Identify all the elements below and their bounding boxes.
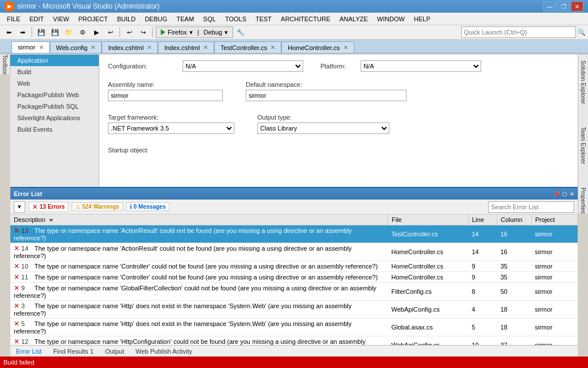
toolbar-btn1[interactable]: ⚙ [76, 26, 89, 38]
debug-dropdown-arrow[interactable]: ▾ [189, 29, 193, 36]
toolbar-btn3[interactable]: ↩ [104, 26, 117, 38]
table-row[interactable]: ✕ 9 The type or namespace name 'GlobalFi… [10, 283, 578, 301]
toolbar-forward-btn[interactable]: ➡ [16, 26, 29, 38]
col-file[interactable]: File [388, 214, 469, 225]
menu-item-project[interactable]: PROJECT [74, 13, 112, 25]
tab-4[interactable]: TestController.cs✕ [214, 41, 281, 53]
bottom-tab-2[interactable]: Output [103, 347, 126, 356]
table-row[interactable]: ✕ 13 The type or namespace name 'ActionR… [10, 225, 578, 243]
toolbar-open-btn[interactable]: 📁 [63, 26, 75, 38]
filter-toggle-btn[interactable]: ▾ [14, 201, 25, 213]
tab-close-0[interactable]: ✕ [39, 44, 44, 51]
platform-select[interactable]: N/A [361, 60, 481, 72]
toolbar-btn6[interactable]: 🔧 [234, 26, 247, 38]
error-panel-controls[interactable]: 📌 ⬡ ✕ [553, 191, 574, 197]
toolbox-sidebar[interactable]: Toolbox [0, 55, 10, 74]
config-select[interactable]: N/A [183, 60, 303, 72]
solution-sidebar[interactable]: Solution Explorer Team Explorer Properti… [578, 55, 588, 213]
menu-item-help[interactable]: HELP [409, 13, 435, 25]
menu-item-analyze[interactable]: ANALYZE [335, 13, 372, 25]
nav-item-2[interactable]: Web [10, 78, 99, 89]
pin-icon[interactable]: 📌 [553, 191, 560, 197]
framework-select[interactable]: .NET Framework 3.5 [108, 122, 234, 134]
output-select[interactable]: Class Library [257, 122, 389, 134]
warnings-count: 524 Warnings [82, 204, 119, 210]
tab-0[interactable]: sirmor✕ [11, 41, 50, 53]
tab-close-3[interactable]: ✕ [203, 44, 208, 51]
assembly-input[interactable] [108, 90, 223, 101]
message-icon: ℹ [130, 204, 132, 210]
tab-2[interactable]: Index.cshtml✕ [102, 41, 158, 53]
props-panel: ApplicationBuildWebPackage/Publish WebPa… [10, 55, 578, 187]
col-line[interactable]: Line [469, 214, 497, 225]
table-row[interactable]: ✕ 14 The type or namespace name 'ActionR… [10, 243, 578, 261]
messages-badge[interactable]: ℹ 0 Messages [126, 202, 169, 211]
menu-item-edit[interactable]: EDIT [25, 13, 48, 25]
toolbar-btn5[interactable]: ↪ [137, 26, 149, 38]
menu-item-window[interactable]: WINDOW [373, 13, 409, 25]
minimize-button[interactable]: — [543, 1, 556, 12]
framework-label: Target framework: [108, 114, 183, 121]
nav-item-1[interactable]: Build [10, 66, 99, 78]
toolbar-back-btn[interactable]: ⬅ [2, 26, 15, 38]
nav-item-4[interactable]: Package/Publish SQL [10, 101, 99, 112]
col-project[interactable]: Project [532, 214, 578, 225]
properties-label[interactable]: Properties [580, 187, 586, 214]
tab-label-5: HomeController.cs [288, 44, 339, 51]
tab-1[interactable]: Web.config✕ [50, 41, 102, 53]
namespace-input[interactable] [246, 90, 407, 101]
menu-item-tools[interactable]: TOOLS [220, 13, 251, 25]
tab-close-2[interactable]: ✕ [147, 44, 152, 51]
menu-item-view[interactable]: VIEW [48, 13, 74, 25]
tab-3[interactable]: Index.cshtml✕ [158, 41, 214, 53]
toolbar-save-btn[interactable]: 💾 [35, 26, 48, 38]
warnings-badge[interactable]: ⚠ 524 Warnings [72, 202, 123, 211]
toolbar-btn2[interactable]: ▶ [90, 26, 103, 38]
bottom-tab-0[interactable]: Error List [14, 347, 44, 356]
menu-item-file[interactable]: FILE [2, 13, 25, 25]
nav-item-5[interactable]: Silverlight Applications [10, 112, 99, 124]
tab-close-4[interactable]: ✕ [270, 44, 275, 51]
toolbar-btn4[interactable]: ↩ [123, 26, 136, 38]
error-icon: ✕ [32, 203, 38, 211]
debug-dropdown-arrow2[interactable]: ▾ [225, 29, 228, 36]
bottom-tab-1[interactable]: Find Results 1 [51, 347, 96, 356]
panel-float-icon[interactable]: ⬡ [562, 191, 567, 197]
restore-button[interactable]: ❐ [557, 1, 570, 12]
err-icon-7: ✕ [14, 338, 20, 346]
error-search-input[interactable] [488, 201, 574, 213]
panel-close-icon[interactable]: ✕ [570, 191, 574, 197]
tab-close-1[interactable]: ✕ [91, 44, 95, 51]
table-header: Description File Line Column Project [10, 214, 578, 225]
debug-button[interactable]: Firefox ▾ | Debug ▾ [156, 26, 233, 38]
table-row[interactable]: ✕ 5 The type or namespace name 'Http' do… [10, 319, 578, 336]
team-explorer-label[interactable]: Team Explorer [580, 127, 586, 164]
err-project-6: sirmor [532, 319, 578, 336]
menu-item-debug[interactable]: DEBUG [140, 13, 172, 25]
table-row[interactable]: ✕ 10 The type or namespace name 'Control… [10, 261, 578, 272]
nav-item-0[interactable]: Application [10, 55, 99, 66]
err-num-1: 14 [21, 245, 33, 252]
nav-item-3[interactable]: Package/Publish Web [10, 89, 99, 101]
table-row[interactable]: ✕ 11 The type or namespace name 'Control… [10, 272, 578, 283]
menu-item-team[interactable]: TEAM [172, 13, 199, 25]
close-button[interactable]: ✕ [571, 1, 583, 12]
quick-launch-input[interactable] [461, 26, 576, 38]
tab-close-5[interactable]: ✕ [343, 44, 348, 51]
menu-item-sql[interactable]: SQL [199, 13, 220, 25]
errors-badge[interactable]: ✕ 13 Errors [29, 202, 68, 212]
startup-row: Startup object: [108, 147, 569, 154]
err-file-2: HomeController.cs [388, 261, 469, 272]
tab-5[interactable]: HomeController.cs✕ [281, 41, 354, 53]
menu-item-test[interactable]: TEST [251, 13, 276, 25]
col-column[interactable]: Column [497, 214, 532, 225]
nav-item-6[interactable]: Build Events [10, 124, 99, 135]
solution-explorer-label[interactable]: Solution Explorer [580, 60, 586, 104]
table-row[interactable]: ✕ 3 The type or namespace name 'Http' do… [10, 301, 578, 319]
bottom-tab-3[interactable]: Web Publish Activity [133, 347, 195, 356]
toolbar-save-all-btn[interactable]: 💾 [49, 26, 61, 38]
menu-item-build[interactable]: BUILD [113, 13, 140, 25]
err-file-0: TestController.cs [388, 225, 469, 243]
col-description[interactable]: Description [10, 214, 388, 225]
menu-item-architecture[interactable]: ARCHITECTURE [276, 13, 335, 25]
